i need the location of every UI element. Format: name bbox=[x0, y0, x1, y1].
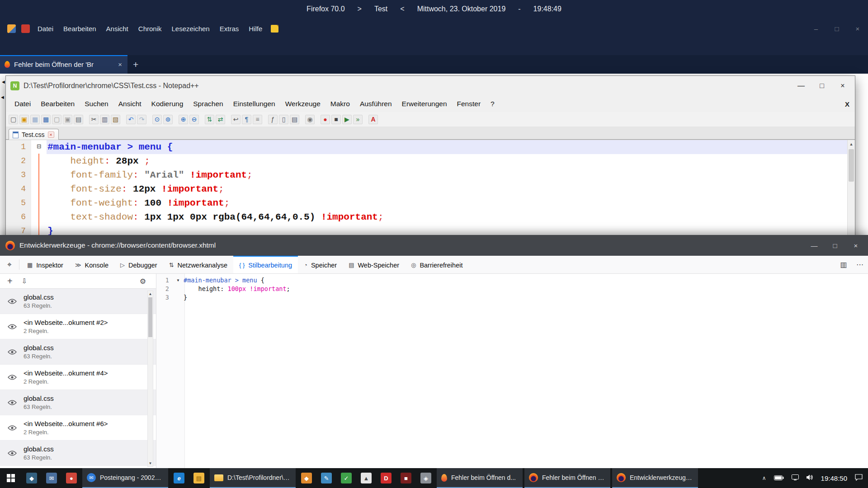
fold-marker[interactable]: ⊟ bbox=[31, 140, 47, 154]
menu-item[interactable]: Ansicht bbox=[113, 98, 146, 110]
app-icon-2[interactable]: ◆ bbox=[297, 468, 316, 488]
fold-arrow-icon[interactable] bbox=[173, 285, 184, 293]
minimize-button[interactable]: — bbox=[804, 242, 825, 249]
menu-item[interactable]: Lesezeichen bbox=[166, 23, 214, 35]
devtools-menu-icon[interactable]: ⋯ bbox=[852, 256, 868, 273]
maximize-button[interactable]: □ bbox=[826, 25, 847, 33]
taskbar-button-browser-error-1[interactable]: Fehler beim Öffnen d... bbox=[437, 468, 523, 488]
record-macro-icon[interactable]: ● bbox=[321, 115, 330, 124]
taskbar-button-devtools[interactable]: Entwicklerwerkzeuge ... bbox=[612, 468, 698, 488]
menu-item[interactable]: Ausführen bbox=[355, 98, 397, 110]
remote-app-icon[interactable]: ● bbox=[61, 468, 81, 488]
sidebar-scrollbar[interactable]: ▲ ▼ bbox=[147, 291, 153, 467]
menu-item[interactable]: Suchen bbox=[80, 98, 113, 110]
word-wrap-icon[interactable]: ↩ bbox=[231, 115, 241, 124]
menu-item[interactable]: Einstellungen bbox=[228, 98, 280, 110]
stylesheet-item[interactable]: <in Webseite...okument #4> 2 Regeln. bbox=[0, 365, 156, 390]
close-all-icon[interactable]: ▣ bbox=[63, 115, 72, 124]
maximize-button[interactable]: □ bbox=[825, 242, 845, 249]
save-icon[interactable]: ▦ bbox=[30, 115, 40, 124]
menu-item[interactable]: Datei bbox=[9, 98, 36, 110]
app-icon-6[interactable]: ■ bbox=[396, 468, 416, 488]
menu-item[interactable]: Werkzeuge bbox=[280, 98, 326, 110]
tab-console[interactable]: ≫ Konsole bbox=[69, 256, 114, 273]
tab-close-icon[interactable]: × bbox=[48, 131, 54, 138]
note-icon[interactable] bbox=[271, 25, 278, 33]
devtools-titlebar[interactable]: Entwicklerwerkzeuge - chrome://browser/c… bbox=[0, 235, 868, 256]
menu-item[interactable]: Fenster bbox=[452, 98, 486, 110]
edge-icon[interactable]: e bbox=[169, 468, 189, 488]
menu-item[interactable]: Kodierung bbox=[146, 98, 189, 110]
update-ok-icon[interactable]: ✓ bbox=[336, 468, 356, 488]
run-multi-macro-icon[interactable]: » bbox=[353, 115, 363, 124]
display-icon[interactable] bbox=[792, 474, 799, 482]
menubar-app-icon-2[interactable] bbox=[21, 24, 30, 33]
notification-center-icon[interactable] bbox=[855, 474, 863, 483]
close-button[interactable]: × bbox=[845, 242, 866, 249]
firefox-titlebar[interactable]: Firefox 70.0 > Test < Mittwoch, 23. Okto… bbox=[0, 0, 868, 18]
mdi-close-button[interactable]: X bbox=[845, 100, 849, 108]
zoom-in-icon[interactable]: ⊕ bbox=[179, 115, 188, 124]
sync-horizontal-icon[interactable]: ⇄ bbox=[216, 115, 225, 124]
speaker-icon[interactable] bbox=[807, 474, 813, 482]
tab-memory[interactable]: ◔ Speicher bbox=[298, 256, 343, 273]
indent-guide-icon[interactable]: ≡ bbox=[253, 115, 262, 124]
eye-visibility-icon[interactable] bbox=[7, 425, 18, 431]
tab-storage[interactable]: ▤ Web-Speicher bbox=[343, 256, 405, 273]
stylesheet-item[interactable]: global.css 63 Regeln. bbox=[0, 390, 156, 415]
paste-icon[interactable]: ▧ bbox=[111, 115, 120, 124]
start-button[interactable] bbox=[0, 468, 22, 488]
close-doc-icon[interactable]: ▢ bbox=[52, 115, 61, 124]
menu-item[interactable]: ? bbox=[486, 98, 500, 110]
menu-item[interactable]: Datei bbox=[33, 23, 58, 35]
menu-item[interactable]: Erweiterungen bbox=[397, 98, 452, 110]
app-icon-1[interactable]: ◆ bbox=[22, 468, 42, 488]
new-stylesheet-button[interactable]: + bbox=[7, 276, 13, 286]
editor-scrollbar[interactable]: ▲ bbox=[847, 140, 855, 247]
stylesheet-item[interactable]: global.css 63 Regeln. bbox=[0, 289, 156, 314]
stop-macro-icon[interactable]: ■ bbox=[331, 115, 341, 124]
show-all-chars-icon[interactable]: ¶ bbox=[242, 115, 251, 124]
new-tab-button[interactable]: + bbox=[133, 59, 138, 70]
fold-arrow-icon[interactable] bbox=[173, 293, 184, 302]
stylesheet-item[interactable]: global.css 63 Regeln. bbox=[0, 339, 156, 365]
maximize-button[interactable]: □ bbox=[811, 82, 832, 90]
tray-expand-icon[interactable]: ∧ bbox=[762, 475, 766, 481]
taskbar-clock[interactable]: 19:48:50 bbox=[821, 474, 847, 482]
scroll-down-icon[interactable]: ▼ bbox=[148, 461, 153, 465]
open-folder-icon[interactable]: ▣ bbox=[19, 115, 29, 124]
app-icon-7[interactable]: ◈ bbox=[416, 468, 436, 488]
function-list-icon[interactable]: ƒ bbox=[268, 115, 278, 124]
document-tab[interactable]: Test.css × bbox=[9, 129, 59, 140]
eye-visibility-icon[interactable] bbox=[7, 349, 18, 355]
menu-item[interactable]: Ansicht bbox=[101, 23, 133, 35]
taskbar-button-thunderbird[interactable]: ✉Posteingang - 2002An... bbox=[82, 468, 168, 488]
browser-tab[interactable]: Fehler beim Öffnen der 'Br × bbox=[0, 55, 127, 74]
close-button[interactable]: × bbox=[832, 82, 853, 90]
close-button[interactable]: × bbox=[847, 25, 868, 33]
stylesheet-item[interactable]: global.css 63 Regeln. bbox=[0, 441, 156, 466]
menu-item[interactable]: Hilfe bbox=[244, 23, 267, 35]
menu-item[interactable]: Makro bbox=[326, 98, 355, 110]
fold-arrow-icon[interactable]: ▼ bbox=[173, 276, 184, 285]
tab-accessibility[interactable]: ◎ Barrierefreiheit bbox=[405, 256, 468, 273]
replace-icon[interactable]: ⊚ bbox=[163, 115, 173, 124]
doc-list-icon[interactable]: ▤ bbox=[290, 115, 299, 124]
notepad-titlebar[interactable]: N D:\Test\Profilordner\chrome\CSS\Test.c… bbox=[6, 76, 855, 96]
menubar-app-icon-1[interactable] bbox=[7, 24, 16, 33]
scroll-thumb[interactable] bbox=[148, 297, 152, 337]
redo-icon[interactable]: ↷ bbox=[137, 115, 146, 124]
undo-icon[interactable]: ↶ bbox=[126, 115, 136, 124]
new-file-icon[interactable]: ▢ bbox=[9, 115, 18, 124]
tab-debugger[interactable]: ▷ Debugger bbox=[114, 256, 163, 273]
styleeditor-code-editor[interactable]: 1 ▼ #main-menubar > menu { 2 height: 100… bbox=[156, 274, 868, 468]
minimize-button[interactable]: – bbox=[806, 25, 826, 33]
import-stylesheet-icon[interactable]: ⇩ bbox=[22, 277, 28, 285]
code-editor[interactable]: 1 ⊟ #main-menubar > menu { 2 height: 28p… bbox=[6, 140, 855, 247]
menu-item[interactable]: Bearbeiten bbox=[58, 23, 101, 35]
taskbar-button-browser-error-2[interactable]: Fehler beim Öffnen d... bbox=[524, 468, 610, 488]
app-icon-5[interactable]: D bbox=[376, 468, 396, 488]
menu-item[interactable]: Extras bbox=[215, 23, 244, 35]
mail-app-icon[interactable]: ✉ bbox=[42, 468, 61, 488]
print-icon[interactable]: ▤ bbox=[74, 115, 83, 124]
